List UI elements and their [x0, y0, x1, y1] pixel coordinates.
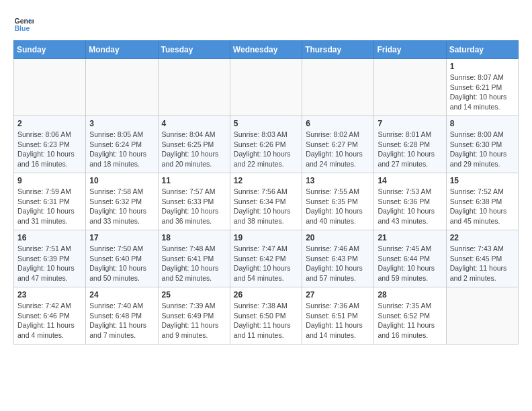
day-info: Sunrise: 7:55 AM Sunset: 6:35 PM Dayligh…: [306, 187, 370, 226]
calendar-empty-cell: [158, 59, 230, 116]
calendar-day-22: 22Sunrise: 7:43 AM Sunset: 6:45 PM Dayli…: [446, 230, 518, 287]
day-number: 11: [162, 176, 226, 185]
calendar-day-14: 14Sunrise: 7:53 AM Sunset: 6:36 PM Dayli…: [374, 173, 446, 230]
day-info: Sunrise: 7:36 AM Sunset: 6:51 PM Dayligh…: [306, 301, 370, 340]
day-number: 25: [162, 290, 226, 300]
calendar-week-row: 1Sunrise: 8:07 AM Sunset: 6:21 PM Daylig…: [14, 59, 519, 116]
logo-icon: General Blue: [13, 13, 34, 34]
day-info: Sunrise: 7:47 AM Sunset: 6:42 PM Dayligh…: [234, 244, 298, 283]
calendar-empty-cell: [302, 59, 374, 116]
day-info: Sunrise: 7:45 AM Sunset: 6:44 PM Dayligh…: [378, 244, 442, 283]
calendar-day-28: 28Sunrise: 7:35 AM Sunset: 6:52 PM Dayli…: [374, 287, 446, 345]
calendar-day-26: 26Sunrise: 7:38 AM Sunset: 6:50 PM Dayli…: [230, 287, 302, 345]
calendar-empty-cell: [446, 287, 518, 345]
calendar-day-4: 4Sunrise: 8:04 AM Sunset: 6:25 PM Daylig…: [158, 116, 230, 173]
weekday-header-tuesday: Tuesday: [158, 41, 230, 59]
weekday-header-saturday: Saturday: [446, 41, 518, 59]
day-number: 9: [17, 176, 82, 185]
day-info: Sunrise: 8:06 AM Sunset: 6:23 PM Dayligh…: [17, 130, 82, 169]
day-number: 7: [378, 119, 442, 128]
calendar-day-23: 23Sunrise: 7:42 AM Sunset: 6:46 PM Dayli…: [14, 287, 86, 345]
day-info: Sunrise: 7:51 AM Sunset: 6:39 PM Dayligh…: [17, 244, 82, 283]
day-info: Sunrise: 7:38 AM Sunset: 6:50 PM Dayligh…: [234, 301, 298, 340]
day-info: Sunrise: 7:43 AM Sunset: 6:45 PM Dayligh…: [450, 244, 515, 283]
day-info: Sunrise: 7:53 AM Sunset: 6:36 PM Dayligh…: [378, 187, 442, 226]
calendar-empty-cell: [86, 59, 158, 116]
day-info: Sunrise: 7:57 AM Sunset: 6:33 PM Dayligh…: [162, 187, 226, 226]
day-number: 24: [89, 290, 154, 300]
day-number: 23: [17, 290, 82, 300]
calendar-day-16: 16Sunrise: 7:51 AM Sunset: 6:39 PM Dayli…: [14, 230, 86, 287]
day-number: 6: [306, 119, 370, 128]
day-info: Sunrise: 7:35 AM Sunset: 6:52 PM Dayligh…: [378, 301, 442, 340]
calendar-day-1: 1Sunrise: 8:07 AM Sunset: 6:21 PM Daylig…: [446, 59, 518, 116]
calendar-day-19: 19Sunrise: 7:47 AM Sunset: 6:42 PM Dayli…: [230, 230, 302, 287]
day-number: 26: [234, 290, 298, 300]
day-number: 28: [378, 290, 442, 300]
day-info: Sunrise: 8:05 AM Sunset: 6:24 PM Dayligh…: [89, 130, 154, 169]
weekday-header-sunday: Sunday: [14, 41, 86, 59]
day-info: Sunrise: 7:56 AM Sunset: 6:34 PM Dayligh…: [234, 187, 298, 226]
day-number: 18: [162, 233, 226, 242]
day-number: 4: [162, 119, 226, 128]
day-number: 12: [234, 176, 298, 185]
calendar-day-24: 24Sunrise: 7:40 AM Sunset: 6:48 PM Dayli…: [86, 287, 158, 345]
day-number: 1: [450, 62, 515, 71]
calendar-week-row: 23Sunrise: 7:42 AM Sunset: 6:46 PM Dayli…: [14, 287, 519, 345]
calendar-header-row: SundayMondayTuesdayWednesdayThursdayFrid…: [14, 41, 519, 59]
calendar-day-9: 9Sunrise: 7:59 AM Sunset: 6:31 PM Daylig…: [14, 173, 86, 230]
day-number: 5: [234, 119, 298, 128]
day-number: 2: [17, 119, 82, 128]
day-number: 21: [378, 233, 442, 242]
weekday-header-wednesday: Wednesday: [230, 41, 302, 59]
day-info: Sunrise: 8:03 AM Sunset: 6:26 PM Dayligh…: [234, 130, 298, 169]
calendar-day-8: 8Sunrise: 8:00 AM Sunset: 6:30 PM Daylig…: [446, 116, 518, 173]
day-number: 8: [450, 119, 515, 128]
calendar-empty-cell: [14, 59, 86, 116]
calendar-body: 1Sunrise: 8:07 AM Sunset: 6:21 PM Daylig…: [14, 59, 519, 345]
day-number: 22: [450, 233, 515, 242]
day-number: 13: [306, 176, 370, 185]
day-number: 19: [234, 233, 298, 242]
day-number: 15: [450, 176, 515, 185]
day-number: 20: [306, 233, 370, 242]
weekday-header-thursday: Thursday: [302, 41, 374, 59]
day-number: 3: [89, 119, 154, 128]
day-info: Sunrise: 7:59 AM Sunset: 6:31 PM Dayligh…: [17, 187, 82, 226]
day-number: 14: [378, 176, 442, 185]
day-info: Sunrise: 8:02 AM Sunset: 6:27 PM Dayligh…: [306, 130, 370, 169]
day-info: Sunrise: 7:39 AM Sunset: 6:49 PM Dayligh…: [162, 301, 226, 340]
day-number: 10: [89, 176, 154, 185]
calendar-empty-cell: [374, 59, 446, 116]
calendar-day-2: 2Sunrise: 8:06 AM Sunset: 6:23 PM Daylig…: [14, 116, 86, 173]
calendar-day-27: 27Sunrise: 7:36 AM Sunset: 6:51 PM Dayli…: [302, 287, 374, 345]
day-info: Sunrise: 7:46 AM Sunset: 6:43 PM Dayligh…: [306, 244, 370, 283]
calendar-day-18: 18Sunrise: 7:48 AM Sunset: 6:41 PM Dayli…: [158, 230, 230, 287]
day-info: Sunrise: 7:58 AM Sunset: 6:32 PM Dayligh…: [89, 187, 154, 226]
day-info: Sunrise: 7:52 AM Sunset: 6:38 PM Dayligh…: [450, 187, 515, 226]
logo: General Blue: [13, 13, 36, 34]
day-number: 17: [89, 233, 154, 242]
calendar-day-17: 17Sunrise: 7:50 AM Sunset: 6:40 PM Dayli…: [86, 230, 158, 287]
calendar-day-6: 6Sunrise: 8:02 AM Sunset: 6:27 PM Daylig…: [302, 116, 374, 173]
calendar-day-25: 25Sunrise: 7:39 AM Sunset: 6:49 PM Dayli…: [158, 287, 230, 345]
calendar-day-11: 11Sunrise: 7:57 AM Sunset: 6:33 PM Dayli…: [158, 173, 230, 230]
calendar-day-10: 10Sunrise: 7:58 AM Sunset: 6:32 PM Dayli…: [86, 173, 158, 230]
day-info: Sunrise: 8:07 AM Sunset: 6:21 PM Dayligh…: [450, 73, 515, 112]
svg-text:Blue: Blue: [15, 24, 30, 32]
page-header: General Blue: [13, 13, 519, 34]
day-info: Sunrise: 7:48 AM Sunset: 6:41 PM Dayligh…: [162, 244, 226, 283]
calendar-table: SundayMondayTuesdayWednesdayThursdayFrid…: [13, 40, 519, 345]
calendar-day-20: 20Sunrise: 7:46 AM Sunset: 6:43 PM Dayli…: [302, 230, 374, 287]
calendar-day-15: 15Sunrise: 7:52 AM Sunset: 6:38 PM Dayli…: [446, 173, 518, 230]
calendar-week-row: 9Sunrise: 7:59 AM Sunset: 6:31 PM Daylig…: [14, 173, 519, 230]
day-info: Sunrise: 7:42 AM Sunset: 6:46 PM Dayligh…: [17, 301, 82, 340]
weekday-header-monday: Monday: [86, 41, 158, 59]
calendar-day-21: 21Sunrise: 7:45 AM Sunset: 6:44 PM Dayli…: [374, 230, 446, 287]
day-info: Sunrise: 8:04 AM Sunset: 6:25 PM Dayligh…: [162, 130, 226, 169]
day-info: Sunrise: 8:01 AM Sunset: 6:28 PM Dayligh…: [378, 130, 442, 169]
day-info: Sunrise: 7:40 AM Sunset: 6:48 PM Dayligh…: [89, 301, 154, 340]
day-info: Sunrise: 7:50 AM Sunset: 6:40 PM Dayligh…: [89, 244, 154, 283]
calendar-day-3: 3Sunrise: 8:05 AM Sunset: 6:24 PM Daylig…: [86, 116, 158, 173]
day-info: Sunrise: 8:00 AM Sunset: 6:30 PM Dayligh…: [450, 130, 515, 169]
